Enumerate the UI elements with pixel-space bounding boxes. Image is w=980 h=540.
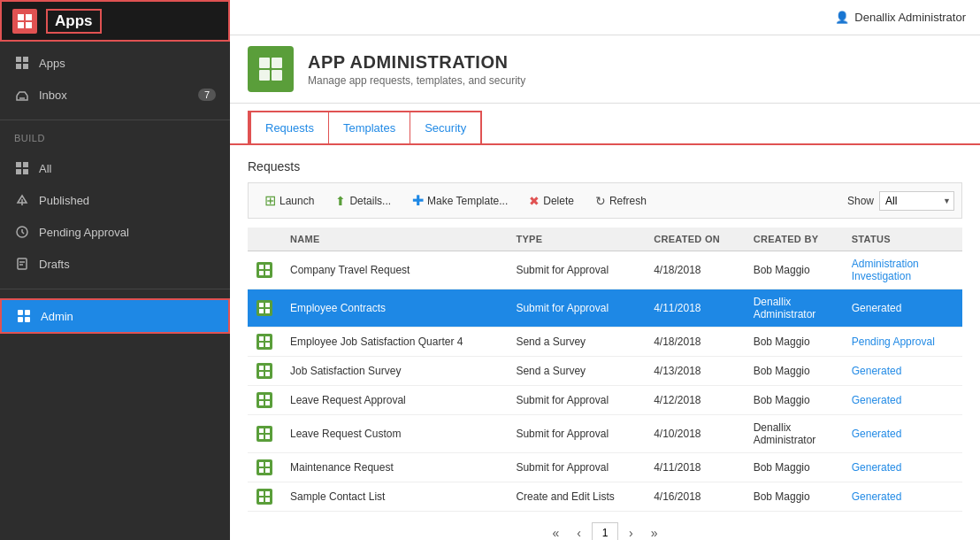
tabs-wrapper: Requests Templates Security [248,111,482,143]
status-link[interactable]: Generated [852,394,902,406]
sidebar-item-drafts[interactable]: Drafts [0,248,230,280]
prev-page-button[interactable]: ‹ [570,522,588,540]
row-status[interactable]: Generated [843,415,962,453]
svg-rect-41 [265,401,270,405]
table-row[interactable]: Job Satisfaction SurveySend a Survey4/13… [248,357,962,386]
table-row[interactable]: Maintenance RequestSubmit for Approval4/… [248,453,962,482]
sidebar-item-admin[interactable]: Admin [0,298,230,334]
row-status[interactable]: Administration Investigation [843,251,962,289]
row-icon [256,334,272,350]
sidebar-item-apps[interactable]: Apps [0,47,230,79]
table-row[interactable]: Employee Job Satisfaction Quarter 4Send … [248,328,962,357]
publish-icon [14,192,30,208]
row-status[interactable]: Generated [843,453,962,482]
row-icon [256,262,272,278]
row-status[interactable]: Generated [843,482,962,512]
svg-rect-23 [265,265,270,269]
row-icon [256,489,272,505]
row-created-by: Denallix Administrator [745,415,843,453]
show-text: Show [847,195,874,207]
status-link[interactable]: Generated [852,461,902,474]
status-link[interactable]: Pending Approval [852,336,935,348]
table-row[interactable]: Sample Contact ListCreate and Edit Lists… [248,482,962,512]
tab-requests[interactable]: Requests [249,112,329,143]
main-content: 👤 Denallix Administrator APP ADMINISTRAT… [230,0,980,540]
tab-templates[interactable]: Templates [329,112,410,143]
col-icon [248,228,281,251]
svg-rect-49 [265,468,270,473]
svg-rect-38 [259,395,264,399]
details-button[interactable]: ⬆ Details... [326,190,400,212]
requests-heading: Requests [248,159,962,174]
svg-rect-19 [272,58,282,68]
svg-rect-21 [272,70,282,81]
row-name: Maintenance Request [281,453,507,482]
launch-label: Launch [279,195,314,207]
svg-rect-18 [259,58,270,68]
row-icon [256,426,272,442]
sidebar-build-label: BUILD [0,124,230,147]
svg-rect-46 [259,462,264,467]
svg-rect-25 [265,271,270,275]
table-row[interactable]: Leave Request CustomSubmit for Approval4… [248,415,962,453]
sidebar-item-inbox[interactable]: Inbox 7 [0,79,230,111]
table-row[interactable]: Employee ContractsSubmit for Approval4/1… [248,289,962,328]
app-title-block: APP ADMINISTRATION Manage app requests, … [308,52,962,87]
status-link[interactable]: Generated [852,428,902,440]
row-icon-cell [248,289,281,328]
refresh-button[interactable]: ↻ Refresh [586,190,655,212]
row-type: Send a Survey [507,328,645,357]
last-page-button[interactable]: » [644,522,665,540]
sidebar-item-all[interactable]: All [0,152,230,184]
show-select[interactable]: All Published Drafts Pending [879,191,954,211]
col-type: Type [507,228,645,251]
row-status[interactable]: Generated [843,357,962,386]
sidebar-item-pending[interactable]: Pending Approval [0,216,230,248]
svg-rect-34 [259,366,264,370]
status-link[interactable]: Generated [852,365,902,377]
svg-rect-5 [16,162,21,167]
next-page-button[interactable]: › [622,522,640,540]
sidebar-item-published[interactable]: Published [0,184,230,216]
row-icon [256,392,272,408]
svg-rect-11 [18,258,27,269]
svg-rect-7 [16,169,21,174]
row-status[interactable]: Pending Approval [843,328,962,357]
sidebar-item-all-label: All [39,162,51,175]
table-row[interactable]: Leave Request ApprovalSubmit for Approva… [248,386,962,415]
first-page-button[interactable]: « [546,522,567,540]
row-type: Submit for Approval [507,453,645,482]
svg-rect-30 [259,336,264,341]
svg-rect-53 [265,498,270,502]
svg-rect-40 [259,401,264,405]
sidebar-item-inbox-label: Inbox [39,89,67,102]
svg-rect-47 [265,462,270,467]
status-link[interactable]: Generated [852,490,902,503]
tab-security[interactable]: Security [410,112,480,143]
delete-icon: ✖ [529,194,540,208]
table-body: Company Travel RequestSubmit for Approva… [248,251,962,512]
launch-button[interactable]: ⊞ Launch [256,189,323,212]
make-template-button[interactable]: ✚ Make Template... [403,189,517,212]
refresh-label: Refresh [609,195,647,207]
delete-button[interactable]: ✖ Delete [520,190,583,212]
svg-rect-2 [16,64,21,69]
status-link[interactable]: Administration Investigation [852,258,919,282]
svg-rect-48 [259,468,264,473]
row-type: Submit for Approval [507,251,645,289]
svg-rect-8 [23,169,28,174]
svg-rect-17 [25,317,30,322]
topbar: 👤 Denallix Administrator [230,0,980,35]
inbox-badge: 7 [198,89,216,101]
user-info: 👤 Denallix Administrator [835,11,966,24]
details-label: Details... [349,195,391,207]
launch-icon: ⊞ [264,192,276,209]
make-template-icon: ✚ [412,192,424,209]
svg-rect-50 [259,491,264,496]
row-status[interactable]: Generated [843,386,962,415]
toolbar: ⊞ Launch ⬆ Details... ✚ Make Template...… [248,182,962,219]
table-row[interactable]: Company Travel RequestSubmit for Approva… [248,251,962,289]
svg-rect-39 [265,395,270,399]
row-type: Send a Survey [507,357,645,386]
delete-label: Delete [543,195,574,207]
